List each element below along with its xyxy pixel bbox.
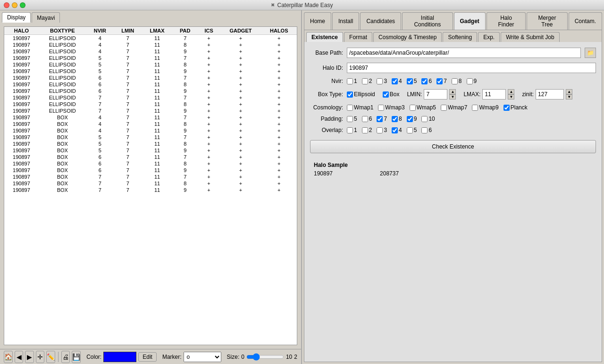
pad-checkbox-6[interactable]: 6 <box>362 116 372 122</box>
table-row[interactable]: 190897BOX67117+++ <box>4 154 297 160</box>
cosmo-checkbox-Wmap5[interactable]: Wmap5 <box>410 104 436 111</box>
table-row[interactable]: 190897ELLIPSOID67119+++ <box>4 88 297 94</box>
home-button[interactable]: 🏠 <box>4 351 13 363</box>
overlap-checkbox-3[interactable]: 3 <box>377 127 387 133</box>
table-row[interactable]: 190897ELLIPSOID77117+++ <box>4 94 297 101</box>
table-row[interactable]: 190897BOX67118+++ <box>4 160 297 167</box>
check-existence-button[interactable]: Check Existence <box>310 140 596 153</box>
table-row[interactable]: 190897BOX57117+++ <box>4 134 297 141</box>
table-row[interactable]: 190897BOX77118+++ <box>4 180 297 187</box>
nvir-cb-7[interactable] <box>436 78 443 84</box>
pad-cb-10[interactable] <box>421 116 428 122</box>
nav-tab-home[interactable]: Home <box>304 12 331 30</box>
table-row[interactable]: 190897BOX77119+++ <box>4 187 297 193</box>
lmax-down[interactable]: ▼ <box>508 94 514 99</box>
zinit-down[interactable]: ▼ <box>566 94 572 99</box>
pad-cb-6[interactable] <box>362 116 368 122</box>
overlap-checkbox-4[interactable]: 4 <box>392 127 402 133</box>
overlap-cb-4[interactable] <box>392 127 398 133</box>
lmin-up[interactable]: ▲ <box>449 89 456 94</box>
boxtype-box-label[interactable]: Box <box>383 91 400 98</box>
overlap-checkbox-2[interactable]: 2 <box>362 127 372 133</box>
table-row[interactable]: 190897BOX77117+++ <box>4 174 297 180</box>
nvir-checkbox-7[interactable]: 7 <box>436 78 447 84</box>
pad-cb-7[interactable] <box>377 116 383 122</box>
table-row[interactable]: 190897BOX47118+++ <box>4 121 297 127</box>
zinit-arrows[interactable]: ▲ ▼ <box>566 89 572 99</box>
lmax-arrows[interactable]: ▲ ▼ <box>508 89 514 99</box>
pad-cb-8[interactable] <box>392 116 398 122</box>
base-path-input[interactable] <box>347 48 581 58</box>
table-row[interactable]: 190897ELLIPSOID47117+++ <box>4 35 297 42</box>
cosmo-cb-Planck[interactable] <box>503 105 510 111</box>
overlap-checkbox-1[interactable]: 1 <box>347 127 357 133</box>
overlap-checkbox-6[interactable]: 6 <box>421 127 432 133</box>
color-box[interactable] <box>103 352 136 362</box>
boxtype-box-checkbox[interactable] <box>383 91 389 98</box>
nvir-checkbox-3[interactable]: 3 <box>377 78 387 84</box>
tab-display[interactable]: Display <box>2 12 31 23</box>
nvir-cb-8[interactable] <box>452 78 458 84</box>
overlap-cb-3[interactable] <box>377 127 383 133</box>
nvir-cb-5[interactable] <box>407 78 413 84</box>
sub-tab-write-&-submit-job[interactable]: Write & Submit Job <box>501 32 559 42</box>
nvir-cb-4[interactable] <box>392 78 398 84</box>
cosmo-cb-Wmap3[interactable] <box>378 105 384 111</box>
overlap-checkbox-5[interactable]: 5 <box>407 127 417 133</box>
forward-button[interactable]: ▶ <box>25 351 34 363</box>
tab-mayavi[interactable]: Mayavi <box>32 12 60 23</box>
table-row[interactable]: 190897ELLIPSOID47118+++ <box>4 41 297 48</box>
nvir-cb-2[interactable] <box>362 78 368 84</box>
table-row[interactable]: 190897BOX47119+++ <box>4 127 297 134</box>
pad-cb-5[interactable] <box>347 116 353 122</box>
table-row[interactable]: 190897ELLIPSOID77119+++ <box>4 108 297 114</box>
table-row[interactable]: 190897ELLIPSOID67117+++ <box>4 74 297 81</box>
nvir-checkbox-8[interactable]: 8 <box>452 78 462 84</box>
nav-tab-candidates[interactable]: Candidates <box>360 12 401 30</box>
nav-tab-contam.[interactable]: Contam. <box>569 12 602 30</box>
nvir-cb-9[interactable] <box>467 78 473 84</box>
table-row[interactable]: 190897ELLIPSOID57117+++ <box>4 55 297 61</box>
nvir-cb-6[interactable] <box>421 78 428 84</box>
nvir-checkbox-6[interactable]: 6 <box>421 78 432 84</box>
size-slider[interactable] <box>246 353 284 361</box>
nvir-cb-3[interactable] <box>377 78 383 84</box>
back-button[interactable]: ◀ <box>15 351 23 363</box>
overlap-cb-5[interactable] <box>407 127 413 133</box>
overlap-cb-6[interactable] <box>421 127 428 133</box>
nvir-checkbox-5[interactable]: 5 <box>407 78 417 84</box>
lmin-arrows[interactable]: ▲ ▼ <box>449 89 456 99</box>
pad-checkbox-9[interactable]: 9 <box>407 116 417 122</box>
maximize-button[interactable] <box>20 2 25 8</box>
pad-checkbox-7[interactable]: 7 <box>377 116 387 122</box>
table-row[interactable]: 190897BOX57119+++ <box>4 147 297 154</box>
sub-tab-exp.[interactable]: Exp. <box>478 32 500 42</box>
nvir-checkbox-4[interactable]: 4 <box>392 78 402 84</box>
lmin-input[interactable] <box>424 89 447 99</box>
cosmo-checkbox-Wmap9[interactable]: Wmap9 <box>472 104 498 111</box>
print-button[interactable]: 🖨 <box>61 351 70 363</box>
edit-icon-button[interactable]: ✏️ <box>46 351 55 363</box>
overlap-cb-2[interactable] <box>362 127 368 133</box>
lmax-up[interactable]: ▲ <box>508 89 514 94</box>
nvir-checkbox-2[interactable]: 2 <box>362 78 372 84</box>
cosmo-checkbox-Wmap3[interactable]: Wmap3 <box>378 104 404 111</box>
sub-tab-format[interactable]: Format <box>344 32 372 42</box>
nav-tab-merger-tree[interactable]: Merger Tree <box>527 12 567 30</box>
minimize-button[interactable] <box>12 2 17 8</box>
zinit-input[interactable] <box>536 89 564 99</box>
table-row[interactable]: 190897BOX57118+++ <box>4 141 297 147</box>
cosmo-cb-Wmap1[interactable] <box>347 105 353 111</box>
cosmo-checkbox-Wmap1[interactable]: Wmap1 <box>347 104 373 111</box>
table-row[interactable]: 190897ELLIPSOID57118+++ <box>4 61 297 68</box>
cosmo-cb-Wmap5[interactable] <box>410 105 416 111</box>
boxtype-ellipsoid-checkbox[interactable] <box>347 91 353 98</box>
table-row[interactable]: 190897ELLIPSOID47119+++ <box>4 48 297 55</box>
lmax-input[interactable] <box>482 89 506 99</box>
halo-id-input[interactable] <box>347 63 596 73</box>
color-edit-button[interactable]: Edit <box>138 352 157 362</box>
cosmo-checkbox-Planck[interactable]: Planck <box>503 104 528 111</box>
nvir-cb-1[interactable] <box>347 78 353 84</box>
nav-tab-gadget[interactable]: Gadget <box>454 12 486 30</box>
overlap-cb-1[interactable] <box>347 127 353 133</box>
